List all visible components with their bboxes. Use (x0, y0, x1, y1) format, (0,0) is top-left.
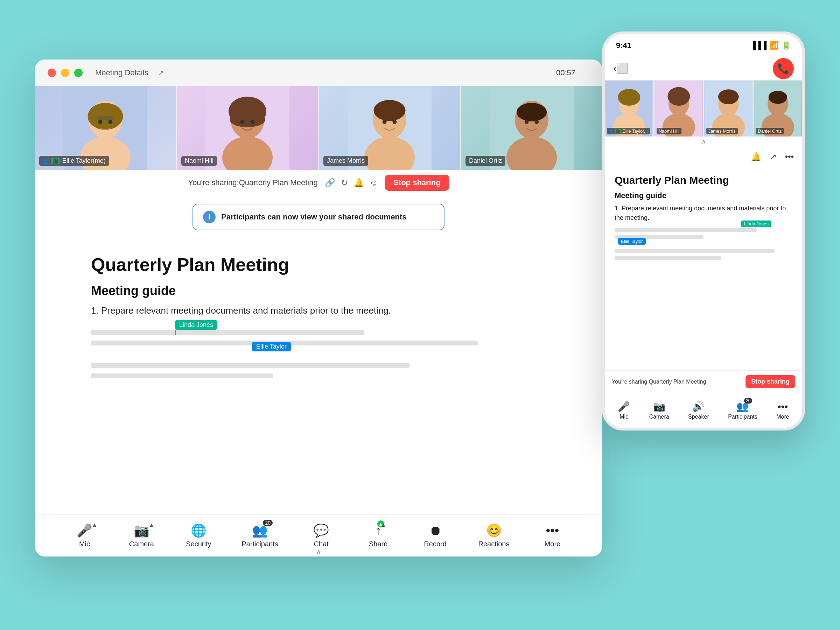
doc-line-1 (91, 330, 364, 335)
phone-participant-1: 👤 🎥 Ellie Taylor... (605, 81, 654, 136)
camera-arrow[interactable]: ▲ (149, 522, 154, 528)
doc-line-4 (91, 373, 273, 378)
traffic-lights (47, 69, 83, 77)
phone-cursor-ellie: Ellie Taylor (618, 238, 646, 245)
cursor-bar-ellie (252, 346, 253, 351)
participant-label-2: Naomi Hill (181, 156, 217, 166)
mic-icon: 🎤 ▲ (77, 523, 92, 538)
timer: 00:57 (556, 68, 575, 77)
phone-toolbar-camera[interactable]: 📷 Camera (649, 401, 669, 420)
toolbar-mic[interactable]: 🎤 ▲ Mic (70, 523, 98, 548)
toolbar-more[interactable]: ••• More (538, 523, 566, 548)
participant-label-1: 👤 🎥 Ellie Taylor(me) (39, 156, 109, 166)
cursor-linda: Linda Jones (175, 320, 217, 330)
battery-icon: 🔋 (782, 41, 791, 50)
desktop-window: Meeting Details ↗ 00:57 👤 (35, 60, 602, 556)
svg-point-24 (525, 120, 529, 124)
mobile-phone: 9:41 ▐▐▐ 📶 🔋 ‹ ⬜ 📞 (602, 32, 805, 431)
emoji-icon[interactable]: ☺ (369, 178, 378, 188)
participant-label-3: James Morris (324, 156, 368, 166)
phone-mic-icon: 🎤 (618, 401, 630, 412)
svg-point-13 (250, 120, 254, 124)
back-icon[interactable]: ‹ (613, 63, 616, 74)
end-call-button[interactable]: 📞 (773, 58, 794, 79)
toolbar-security[interactable]: 🌐 Security (185, 523, 212, 548)
more-label: More (545, 540, 561, 548)
svg-point-3 (88, 103, 123, 130)
window-titlebar: Meeting Details ↗ 00:57 (35, 60, 602, 86)
svg-rect-6 (98, 116, 113, 120)
document-body: 1. Prepare relevant meeting documents an… (91, 304, 546, 317)
share-icon: ↑ ▲ ▲ (375, 523, 382, 538)
share-label: Share (369, 540, 387, 548)
phone-participant-label-2: Naomi Hill (657, 128, 681, 134)
phone-screen-content: ‹ ⬜ 📞 👤 🎥 Ellie Tayl (605, 57, 802, 428)
record-icon: ⏺ (429, 523, 442, 538)
reactions-icon: 😊 (486, 523, 502, 538)
participant-label-4: Daniel Ortiz (466, 156, 505, 166)
phone-stop-sharing-button[interactable]: Stop sharing (745, 375, 795, 388)
participant-name-2: Naomi Hill (185, 157, 213, 164)
phone-camera-label: Camera (649, 414, 669, 420)
more-icon: ••• (546, 523, 559, 538)
phone-toolbar-more[interactable]: ••• More (776, 401, 789, 420)
document-heading: Meeting guide (91, 284, 546, 298)
chat-icon: 💬 (313, 523, 329, 538)
phone-participant-2: Naomi Hill (655, 81, 703, 136)
toolbar-camera[interactable]: 📷 ▲ Camera (127, 523, 155, 548)
phone-share-icon[interactable]: ↗ (770, 152, 777, 162)
phone-more-label: More (776, 414, 789, 420)
phone-doc-line-4 (614, 256, 722, 260)
close-button[interactable] (47, 69, 56, 77)
phone-participants-label: Participants (728, 414, 757, 420)
phone-more-icon[interactable]: ••• (785, 152, 794, 162)
stop-sharing-button[interactable]: Stop sharing (385, 175, 449, 191)
reactions-label: Reactions (478, 540, 510, 548)
phone-participant-3: James Morris (704, 81, 753, 136)
minimize-button[interactable] (61, 69, 69, 77)
bell-icon[interactable]: 🔔 (354, 178, 364, 188)
video-strip: 👤 🎥 Ellie Taylor(me) Na (35, 86, 602, 170)
phone-document-heading: Meeting guide (614, 191, 793, 200)
participants-label: Participants (242, 540, 278, 548)
svg-point-5 (108, 120, 112, 124)
participant-video-1: 👤 🎥 Ellie Taylor(me) (35, 86, 176, 170)
svg-point-23 (516, 103, 547, 122)
refresh-icon[interactable]: ↻ (341, 178, 348, 188)
phone-collapse-strip[interactable]: ∧ (605, 136, 802, 146)
phone-participant-label-1: 👤 🎥 Ellie Taylor... (607, 128, 650, 134)
participant-name-1: Ellie Taylor(me) (62, 157, 106, 164)
svg-point-25 (534, 120, 538, 124)
phone-nav-bar: ‹ ⬜ 📞 (605, 57, 802, 81)
toolbar-chat[interactable]: 💬 Chat (307, 523, 335, 548)
screen-share-icon[interactable]: ⬜ (616, 63, 628, 74)
me-badge: 🎥 (51, 158, 60, 164)
phone-participant-name-4: Daniel Ortiz (758, 128, 782, 134)
collapse-video-strip[interactable]: ∧ (310, 547, 327, 556)
phone-participants-badge: 20 (744, 398, 752, 404)
participants-badge: 20 (263, 520, 273, 526)
toolbar-record[interactable]: ⏺ Record (422, 523, 449, 548)
phone-cursor-linda: Linda Jones (741, 221, 771, 227)
security-icon: 🌐 (191, 523, 207, 538)
svg-point-12 (240, 120, 245, 124)
phone-camera-icon: 📷 (653, 401, 665, 412)
share-arrow[interactable]: ▲ (381, 522, 387, 528)
toolbar-participants[interactable]: 👥 20 Participants (242, 523, 278, 548)
toolbar-share[interactable]: ↑ ▲ ▲ Share (364, 523, 392, 548)
mic-arrow[interactable]: ▲ (92, 522, 97, 528)
phone-doc-lines: Linda Jones Ellie Taylor (614, 228, 793, 260)
phone-speaker-label: Speaker (688, 414, 709, 420)
phone-mic-label: Mic (619, 414, 628, 420)
phone-status-icons: ▐▐▐ 📶 🔋 (750, 41, 791, 50)
link-icon[interactable]: 🔗 (325, 178, 335, 188)
phone-toolbar-mic[interactable]: 🎤 Mic (618, 401, 630, 420)
toolbar-reactions[interactable]: 😊 Reactions (478, 523, 510, 548)
meeting-details-label: Meeting Details (95, 68, 148, 77)
phone-toolbar-participants[interactable]: 👥 20 Participants (728, 401, 757, 420)
svg-point-29 (618, 89, 640, 106)
maximize-button[interactable] (74, 69, 83, 77)
phone-toolbar: 🎤 Mic 📷 Camera 🔊 Speaker 👥 20 Partic (605, 393, 802, 428)
phone-toolbar-speaker[interactable]: 🔊 Speaker (688, 401, 709, 420)
phone-bell-icon[interactable]: 🔔 (751, 152, 761, 162)
